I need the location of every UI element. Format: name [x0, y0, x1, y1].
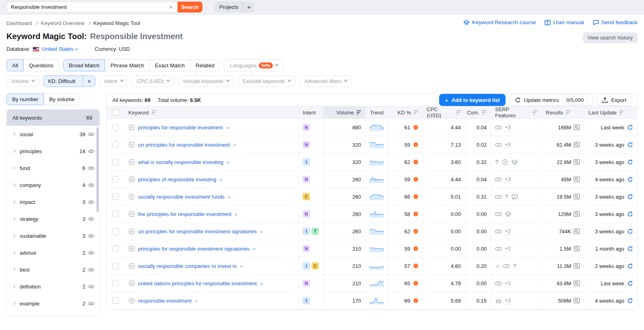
- column-kd[interactable]: KD %: [388, 106, 422, 118]
- keyword-link[interactable]: the principles for responsible investmen…: [138, 211, 231, 217]
- row-checkbox[interactable]: [112, 297, 119, 304]
- row-checkbox[interactable]: [112, 263, 119, 269]
- refresh-metrics-icon[interactable]: [627, 280, 633, 286]
- add-keyword-icon[interactable]: [128, 141, 135, 148]
- row-checkbox[interactable]: [112, 193, 119, 200]
- column-volume[interactable]: Volume: [323, 106, 365, 118]
- clear-search-icon[interactable]: ×: [168, 4, 173, 10]
- sidebar-item-all-keywords[interactable]: All keywords 69: [7, 110, 99, 126]
- sort-icon[interactable]: [566, 110, 570, 114]
- add-keyword-icon[interactable]: [128, 245, 135, 252]
- refresh-metrics-icon[interactable]: [627, 159, 633, 165]
- eye-icon[interactable]: [88, 301, 95, 306]
- view-search-history-button[interactable]: View search history: [583, 32, 638, 43]
- filter-include-keywords[interactable]: Include keywords: [178, 75, 234, 87]
- refresh-metrics-icon[interactable]: [627, 142, 633, 148]
- projects-button[interactable]: Projects: [215, 2, 243, 12]
- add-to-keyword-list-button[interactable]: + Add to keyword list: [439, 94, 506, 106]
- keyword-link[interactable]: principles of responsible investing: [138, 176, 216, 183]
- serp-preview-icon[interactable]: [574, 125, 580, 130]
- column-last-update[interactable]: Last Update: [584, 106, 637, 118]
- serp-preview-icon[interactable]: [574, 280, 580, 286]
- refresh-metrics-icon[interactable]: [627, 125, 633, 131]
- expand-keyword-icon[interactable]: »: [260, 228, 262, 235]
- keyword-link[interactable]: principles for responsible investment: [138, 125, 223, 131]
- search-input[interactable]: [11, 4, 168, 10]
- sidebar-group-best[interactable]: best 2: [7, 261, 99, 278]
- eye-icon[interactable]: [88, 166, 95, 171]
- eye-icon[interactable]: [88, 284, 95, 289]
- eye-icon[interactable]: [88, 183, 95, 188]
- eye-icon[interactable]: [88, 233, 95, 239]
- refresh-metrics-icon[interactable]: [627, 246, 633, 252]
- keyword-link[interactable]: responsible investment: [138, 298, 192, 304]
- serp-more-count[interactable]: +2: [505, 280, 511, 287]
- sidebar-group-example[interactable]: example 2: [7, 295, 99, 312]
- serp-more-count[interactable]: +2: [505, 228, 511, 235]
- expand-keyword-icon[interactable]: »: [253, 246, 255, 252]
- serp-more-count[interactable]: +2: [505, 245, 511, 252]
- filter-cpc[interactable]: CPC (USD): [132, 75, 174, 87]
- serp-preview-icon[interactable]: [574, 298, 580, 303]
- sort-icon[interactable]: [357, 110, 361, 114]
- sort-icon[interactable]: [456, 110, 461, 114]
- serp-preview-icon[interactable]: [574, 176, 580, 182]
- serp-preview-icon[interactable]: [574, 159, 580, 165]
- sidebar-group-company[interactable]: company 4: [7, 176, 99, 193]
- filter-volume[interactable]: Volume: [6, 75, 39, 87]
- add-keyword-icon[interactable]: [128, 193, 135, 200]
- expand-keyword-icon[interactable]: »: [227, 159, 229, 165]
- column-keyword[interactable]: Keyword: [124, 106, 298, 118]
- serp-preview-icon[interactable]: [574, 246, 580, 251]
- add-keyword-icon[interactable]: [128, 124, 135, 131]
- serp-preview-icon[interactable]: [574, 263, 580, 269]
- sidebar-group-sustainable[interactable]: sustainable 3: [7, 227, 99, 244]
- refresh-metrics-icon[interactable]: [627, 194, 633, 200]
- add-keyword-icon[interactable]: [128, 159, 135, 165]
- serp-more-count[interactable]: +3: [505, 297, 511, 304]
- refresh-metrics-icon[interactable]: [627, 228, 633, 235]
- expand-keyword-icon[interactable]: »: [233, 142, 235, 148]
- expand-keyword-icon[interactable]: »: [219, 176, 221, 183]
- sidebar-tab-by-volume[interactable]: By volume: [43, 93, 80, 105]
- keyword-link[interactable]: socially responsible investment funds: [138, 194, 225, 200]
- column-cpc[interactable]: CPC (USD): [422, 106, 465, 118]
- keyword-research-course-link[interactable]: Keyword Research course: [463, 19, 536, 25]
- sidebar-scrollbar[interactable]: [97, 127, 99, 212]
- tab-all[interactable]: All: [6, 59, 24, 71]
- search-button[interactable]: Search: [178, 2, 202, 12]
- filter-advanced[interactable]: Advanced filters: [299, 75, 352, 87]
- eye-icon[interactable]: [88, 267, 95, 272]
- column-results[interactable]: Results: [541, 106, 584, 118]
- sort-icon[interactable]: [414, 110, 418, 114]
- row-checkbox[interactable]: [112, 211, 119, 217]
- add-keyword-icon[interactable]: [128, 228, 135, 235]
- row-checkbox[interactable]: [112, 159, 119, 165]
- expand-keyword-icon[interactable]: »: [228, 194, 230, 200]
- expand-keyword-icon[interactable]: »: [235, 211, 237, 217]
- tab-phrase-match[interactable]: Phrase Match: [105, 59, 149, 71]
- add-keyword-icon[interactable]: [128, 263, 135, 269]
- eye-icon[interactable]: [88, 149, 95, 154]
- sidebar-group-fund[interactable]: fund 6: [7, 160, 99, 176]
- add-project-button[interactable]: +: [243, 2, 254, 12]
- tab-related[interactable]: Related: [190, 59, 220, 71]
- sidebar-group-principles[interactable]: principles 14: [7, 143, 99, 160]
- eye-icon[interactable]: [88, 199, 95, 205]
- eye-icon[interactable]: [88, 250, 95, 255]
- remove-kd-filter-icon[interactable]: ×: [83, 76, 95, 87]
- expand-keyword-icon[interactable]: »: [195, 298, 197, 304]
- filter-intent[interactable]: Intent: [99, 75, 128, 87]
- refresh-metrics-icon[interactable]: [627, 211, 633, 217]
- breadcrumb-dashboard[interactable]: Dashboard: [6, 20, 32, 26]
- keyword-link[interactable]: socially responsible companies to invest…: [138, 263, 237, 269]
- eye-icon[interactable]: [88, 216, 95, 222]
- export-button[interactable]: Export: [597, 94, 632, 106]
- add-keyword-icon[interactable]: [128, 280, 135, 286]
- breadcrumb-keyword-overview[interactable]: Keyword Overview: [41, 20, 85, 26]
- tab-exact-match[interactable]: Exact Match: [149, 59, 190, 71]
- database-selector[interactable]: United States: [42, 46, 78, 52]
- expand-keyword-icon[interactable]: »: [226, 125, 228, 131]
- add-keyword-icon[interactable]: [128, 176, 135, 183]
- row-checkbox[interactable]: [112, 280, 119, 286]
